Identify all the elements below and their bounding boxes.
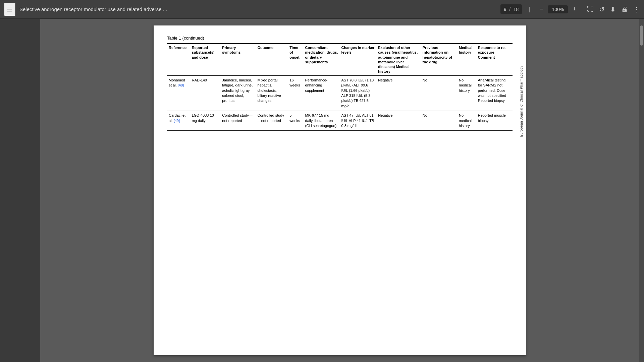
zoom-control: − 100% + [537,4,579,14]
cell-time-1: 16 weeks [288,75,303,111]
download-button[interactable]: ⬇ [610,5,616,13]
ref-link-48[interactable]: [48] [178,83,184,87]
cell-medical-2: No medical history [457,111,476,131]
page-current[interactable]: 9 [504,7,506,12]
cell-substance-2: LGD-4033 10 mg daily [190,111,221,131]
cell-symptoms-1: Jaundice, nausea, fatigue, dark urine, a… [220,75,256,111]
menu-button[interactable]: ☰ [4,3,15,16]
col-outcome: Outcome [256,44,288,75]
main-table: Reference Reported substance(s) and dose… [167,43,513,131]
fit-page-button[interactable]: ⛶ [587,5,594,13]
col-symptoms: Primary symptoms [220,44,256,75]
cell-concomitant-2: MK-677 15 mg daily, ibutamoren (GH secre… [304,111,340,131]
document-title: Selective androgen receptor modulator us… [19,6,496,12]
cell-markers-2: AST 47 IU/L ALT 61 IU/L ALP 41 IU/L TB 0… [339,111,376,131]
col-substance: Reported substance(s) and dose [190,44,221,75]
col-previous: Previous information on hepatotoxicity o… [421,44,457,75]
table-caption: Table 1 (continued) [167,36,513,41]
table-row: Cardaci et al. [49] LGD-4033 10 mg daily… [167,111,513,131]
cell-exclusion-2: Negative [376,111,421,131]
more-options-button[interactable]: ⋮ [633,5,640,13]
ref-link-49[interactable]: [49] [174,119,180,123]
toolbar: ☰ Selective androgen receptor modulator … [0,0,644,19]
cell-time-2: 5 weeks [288,111,303,131]
cell-previous-1: No [421,75,457,111]
col-response: Response to re-exposure Comment [476,44,513,75]
toolbar-right-icons: ⛶ ↺ ⬇ 🖨 ⋮ [587,5,640,13]
cell-reference-1: Mohamed et al. [48] [167,75,190,111]
scrollbar-thumb[interactable] [640,25,643,46]
history-button[interactable]: ↺ [599,5,605,13]
col-medical-history: Medical history [457,44,476,75]
col-concomitant: Concomitant medication, drugs, or dietar… [304,44,340,75]
cell-symptoms-2: Controlled study—not reported [220,111,256,131]
col-time: Time of onset [288,44,303,75]
col-reference: Reference [167,44,190,75]
zoom-value[interactable]: 100% [548,5,568,13]
col-exclusion: Exclusion of other causes (viral hepatit… [376,44,421,75]
cell-exclusion-1: Negative [376,75,421,111]
cell-reference-2: Cardaci et al. [49] [167,111,190,131]
zoom-out-button[interactable]: − [537,4,546,14]
cell-response-2: Reported muscle biopsy [476,111,513,131]
cell-response-1: Analytical testing for SARMS not perform… [476,75,513,111]
cell-outcome-1: Mixed portal hepatitis, cholestasis, bil… [256,75,288,111]
cell-concomitant-1: Performance-enhancing supplement [304,75,340,111]
cell-markers-1: AST 70.8 IU/L (1.18 μkat/L) ALT 99.6 IU/… [339,75,376,111]
page-total: 18 [514,7,519,12]
cell-outcome-2: Controlled study—not reported [256,111,288,131]
col-markers: Changes in marker levels [339,44,376,75]
cell-previous-2: No [421,111,457,131]
cell-medical-1: No medical history [457,75,476,111]
print-button[interactable]: 🖨 [621,5,628,13]
pdf-area[interactable]: European Journal of Clinical Pharmacolog… [40,19,639,362]
page-control: 9 / 18 [500,4,522,14]
zoom-in-button[interactable]: + [570,4,579,14]
left-sidebar [0,19,40,362]
journal-label: European Journal of Clinical Pharmacolog… [520,66,523,137]
cell-substance-1: RAD-140 [190,75,221,111]
pdf-page: European Journal of Clinical Pharmacolog… [154,25,526,355]
scrollbar[interactable] [639,19,644,362]
main-area: European Journal of Clinical Pharmacolog… [0,19,644,362]
table-row: Mohamed et al. [48] RAD-140 Jaundice, na… [167,75,513,111]
